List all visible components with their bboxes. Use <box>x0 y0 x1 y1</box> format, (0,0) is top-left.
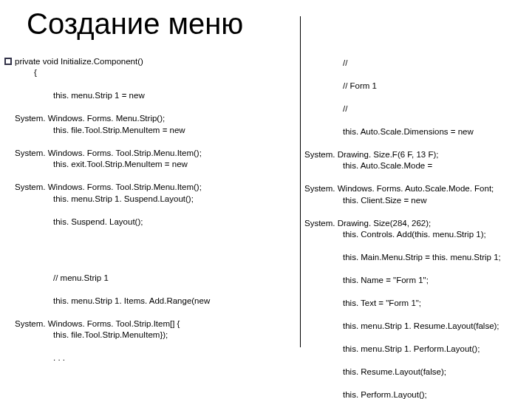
right-column: // // Form 1 // this. Auto.Scale.Dimensi… <box>297 44 526 399</box>
code-line: this. Suspend. Layout(); <box>15 216 291 228</box>
content-columns: private void Initialize.Component() { th… <box>0 44 532 399</box>
code-line: System. Windows. Forms. Tool.Strip.Menu.… <box>15 149 202 157</box>
code-block-1: private void Initialize.Component() { th… <box>15 44 291 250</box>
code-line: this. Main.Menu.Strip = this. menu.Strip… <box>304 252 520 264</box>
code-line: this. menu.Strip 1. Suspend.Layout(); <box>15 194 291 205</box>
code-line: { <box>15 67 291 79</box>
code-block-right: // // Form 1 // this. Auto.Scale.Dimensi… <box>304 46 520 399</box>
code-line: // <box>304 58 520 69</box>
code-line: this. menu.Strip 1. Perform.Layout(); <box>304 344 520 355</box>
code-line: System. Windows. Forms. Tool.Strip.Item[… <box>15 319 180 328</box>
code-line: this. Client.Size = new <box>304 195 520 207</box>
left-column: private void Initialize.Component() { th… <box>0 44 297 399</box>
code-line: System. Windows. Forms. Auto.Scale.Mode.… <box>304 184 494 193</box>
code-line: this. menu.Strip 1. Items. Add.Range(new <box>15 296 291 307</box>
code-line: this. Controls. Add(this. menu.Strip 1); <box>304 229 520 241</box>
code-line: this. file.Tool.Strip.MenuItem = new <box>15 125 291 137</box>
code-line: System. Drawing. Size.F(6 F, 13 F); <box>304 150 439 159</box>
code-line: private void Initialize.Component() <box>15 57 143 66</box>
code-line: this. Name = "Form 1"; <box>304 275 520 287</box>
code-line: this. exit.Tool.Strip.MenuItem = new <box>15 159 291 171</box>
code-block-2: // menu.Strip 1 this. menu.Strip 1. Item… <box>15 261 291 387</box>
code-line: this. Auto.Scale.Mode = <box>304 160 520 172</box>
code-line: this. Perform.Layout(); <box>304 389 520 399</box>
code-line: this. menu.Strip 1. Resume.Layout(false)… <box>304 321 520 332</box>
code-line: System. Drawing. Size(284, 262); <box>304 219 431 228</box>
code-line: this. Text = "Form 1"; <box>304 298 520 310</box>
code-line: System. Windows. Forms. Tool.Strip.Menu.… <box>15 183 202 191</box>
code-line: . . . <box>15 352 291 364</box>
code-line: this. menu.Strip 1 = new <box>15 90 291 102</box>
code-line: System. Windows. Forms. Menu.Strip(); <box>15 114 165 123</box>
code-line: // menu.Strip 1 <box>15 273 291 284</box>
code-line: this. file.Tool.Strip.MenuItem}); <box>15 330 291 341</box>
slide-title: Создание меню <box>27 7 243 41</box>
code-line: // Form 1 <box>304 81 520 92</box>
code-line: this. Auto.Scale.Dimensions = new <box>304 126 520 138</box>
code-line: // <box>304 103 520 115</box>
code-line: this. Resume.Layout(false); <box>304 366 520 378</box>
